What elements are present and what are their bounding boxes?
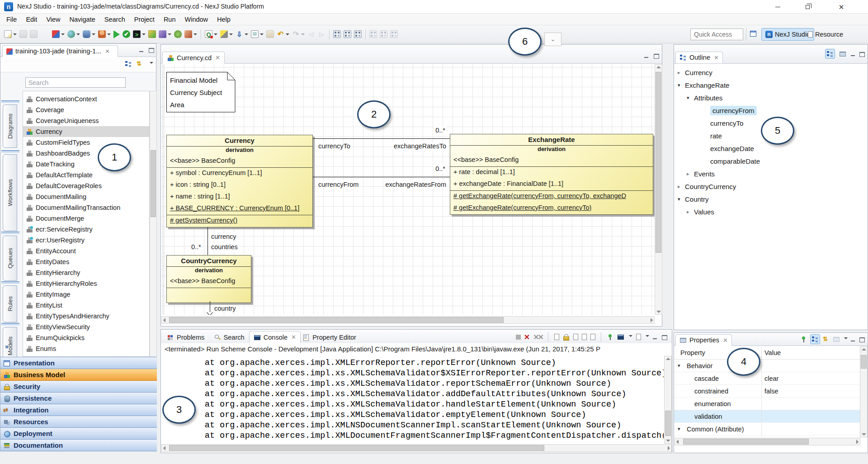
section-integration[interactable]: ⇄Integration [0,404,157,416]
section-resources[interactable]: Resources [0,416,157,428]
list-item-entitytypesandhierarchy[interactable]: EntityTypesAndHierarchy [23,311,149,322]
column-divider[interactable] [761,346,762,436]
operation[interactable]: # getExchangeRate(currencyFrom, currency… [450,203,653,214]
minimal-console-icon[interactable]: > [132,28,146,40]
outline-node-attributes[interactable]: ▾Attributes [687,91,722,104]
navigator-search-input[interactable] [25,77,126,88]
bug-icon[interactable] [173,28,183,40]
open-console-menu-icon[interactable] [646,335,649,339]
dropdown-arrow-icon[interactable] [229,33,233,37]
role-label-exchangeratesfrom[interactable]: exchangeRatesFrom [384,181,447,188]
import-icon[interactable]: ⇩ [235,28,249,40]
list-item-coverageuniqueness[interactable]: CoverageUniqueness [23,115,149,126]
chevron-down-icon[interactable]: ▾ [678,82,685,88]
list-item-documentmailingtransaction[interactable]: DocumentMailingTransaction [23,202,149,213]
scroll-lock-icon[interactable] [562,333,570,341]
dropdown-arrow-icon[interactable] [245,33,248,37]
window-minimize-button[interactable] [764,0,791,14]
tab-problems[interactable]: Problems [163,331,208,343]
editor-vertical-scrollbar[interactable] [655,64,662,315]
layout-grid-icon[interactable] [353,28,363,40]
attribute[interactable]: + BASE_CURRENCY : CurrencyEnum [0..1] [167,203,312,215]
minimize-console-icon[interactable] [652,335,658,340]
database-icon[interactable] [82,28,96,40]
chevron-down-icon[interactable]: ▾ [687,95,694,101]
attribute[interactable]: + symbol : CurrencyEnum [1..1] [167,168,312,180]
menu-file[interactable]: File [2,14,21,24]
dropdown-arrow-icon[interactable] [61,33,65,37]
tree-view-icon[interactable] [825,49,835,59]
word-wrap-icon[interactable] [573,333,578,341]
clear-console-icon[interactable] [554,333,559,341]
editor-tab-currency-cd[interactable]: Currency.cd ✕ [162,52,225,64]
pin-console-icon[interactable] [607,333,614,341]
chevron-right-icon[interactable]: ▸ [678,70,685,76]
association-line-currency-from[interactable] [313,177,450,177]
list-item-coverage[interactable]: Coverage [23,104,149,115]
new-wizard-icon[interactable] [3,28,18,40]
category-tab-rules[interactable]: Rules [3,285,17,322]
column-value[interactable]: Value [764,349,781,356]
dropdown-arrow-icon[interactable] [286,33,289,37]
undo-icon[interactable]: ↶ [276,28,290,40]
outline-node-rate[interactable]: rate [703,129,722,142]
chevron-right-icon[interactable]: ▸ [678,184,685,189]
maximize-outline-icon[interactable] [859,52,865,57]
view-menu-icon[interactable] [844,337,848,341]
menu-window[interactable]: Window [180,14,212,24]
property-row-common-attribute[interactable]: ▾Common (Attribute) [674,423,860,436]
class-currency[interactable]: Currencyderivation<<base>> BaseConfig+ s… [166,135,313,227]
link-with-editor-icon[interactable] [125,60,132,67]
list-item-defaultacttemplate[interactable]: DefaultActTemplate [23,170,149,180]
multiplicity-label[interactable]: 0..* [434,165,446,172]
run-icon[interactable] [113,28,121,40]
category-tab-queues[interactable]: Queues [3,236,17,281]
layout-vertical-icon[interactable] [343,28,352,40]
properties-horizontal-scrollbar[interactable] [675,438,860,445]
close-icon[interactable]: ✕ [723,337,728,344]
more-categories-chevron[interactable]: » [5,342,9,350]
property-row-enumeration[interactable]: enumeration [674,398,860,410]
list-item-entitydates[interactable]: EntityDates [23,256,149,267]
section-security[interactable]: Security [0,381,157,393]
list-item-enums[interactable]: Enums [23,343,149,354]
layout-horizontal-icon[interactable] [332,28,342,40]
tab-property-editor[interactable]: Property Editor [298,331,360,343]
multiplicity-label[interactable]: 0..* [190,243,202,251]
navigator-scrollbar[interactable] [150,91,157,357]
role-label-currencyfrom[interactable]: currencyFrom [317,181,359,188]
query-icon[interactable]: Q [204,28,218,40]
menu-project[interactable]: Project [130,14,159,24]
dropdown-arrow-icon[interactable] [92,33,95,37]
list-item-entityimage[interactable]: EntityImage [23,289,149,300]
menu-search[interactable]: Search [100,14,130,24]
properties-vertical-scrollbar[interactable] [860,346,868,437]
list-item-entityaccount[interactable]: EntityAccount [23,246,149,256]
package-icon[interactable] [184,28,198,40]
chevron-right-icon[interactable]: ▸ [687,171,694,177]
list-item-customfieldtypes[interactable]: CustomFieldTypes [23,137,149,148]
section-persistence[interactable]: Persistence [0,393,157,404]
role-label-country[interactable]: country [213,305,237,312]
dropdown-arrow-icon[interactable] [107,33,111,37]
category-tab-workflows[interactable]: Workflows [3,154,17,231]
outline-node-countrycurrency[interactable]: ▸CountryCurrency [678,180,736,193]
display-console-icon[interactable] [617,333,624,341]
dropdown-arrow-icon[interactable] [214,33,217,37]
list-item-defaultcoverageroles[interactable]: DefaultCoverageRoles [23,180,149,191]
property-row-validation[interactable]: validation [674,410,860,423]
list-item-ecr-serviceregistry[interactable]: ecr:ServiceRegistry [23,224,149,235]
section-business-model[interactable]: Business Model [0,369,157,381]
console-vertical-scrollbar[interactable] [664,356,672,444]
list-item-entityviewsecurity[interactable]: EntityViewSecurity [23,322,149,332]
diagram-canvas[interactable]: Financial ModelCurrency SubjectAreaCurre… [161,64,655,315]
properties-tab[interactable]: Properties ✕ [675,334,732,346]
outline-node-currencyto[interactable]: currencyTo [703,117,743,129]
list-item-enumquickpicks[interactable]: EnumQuickpicks [23,332,149,343]
chevron-down-icon[interactable]: ▾ [678,196,685,202]
attribute[interactable]: + exchangeDate : FinancialDate [1..1] [450,179,653,190]
remove-launch-icon[interactable]: ✕ [524,333,530,341]
outline-node-exchangedate[interactable]: exchangeDate [703,142,754,155]
list-item-documentmailing[interactable]: DocumentMailing [23,191,149,202]
menu-run[interactable]: Run [159,14,180,24]
